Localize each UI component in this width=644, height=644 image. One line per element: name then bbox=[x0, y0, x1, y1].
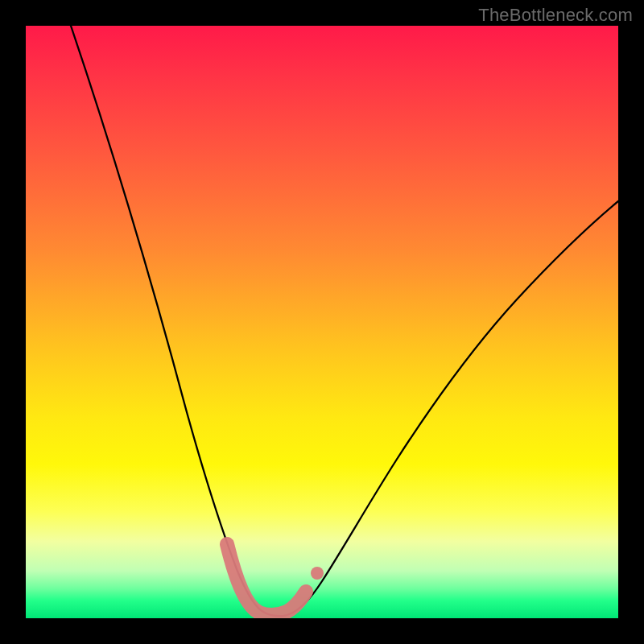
watermark-text: TheBottleneck.com bbox=[478, 5, 633, 26]
optimal-range-end-dot bbox=[311, 567, 324, 580]
optimal-range-marker bbox=[227, 544, 306, 615]
chart-plot-area bbox=[26, 26, 618, 618]
bottleneck-curve bbox=[71, 26, 618, 616]
chart-frame: TheBottleneck.com bbox=[0, 0, 644, 644]
chart-svg bbox=[26, 26, 618, 618]
